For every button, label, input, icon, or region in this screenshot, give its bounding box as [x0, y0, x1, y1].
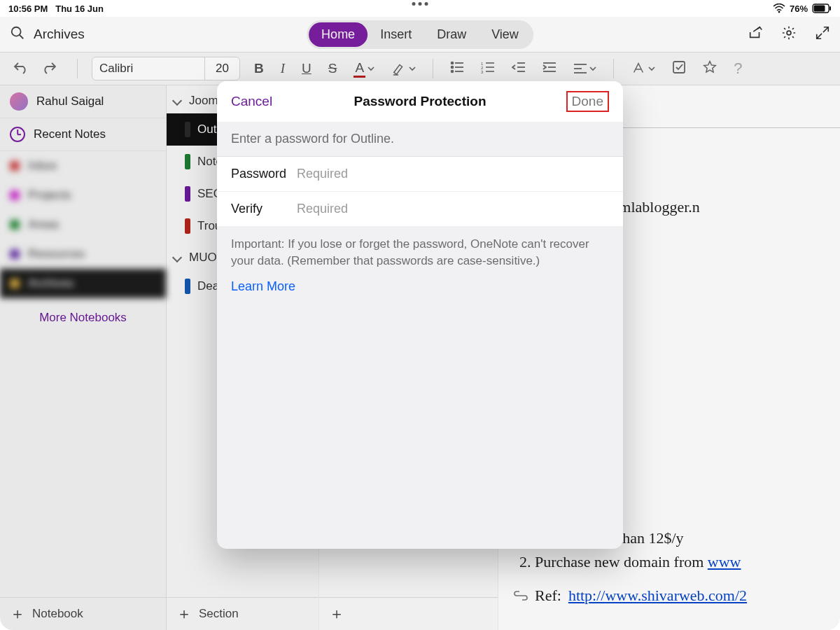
top-toolbar: Archives Home Insert Draw View: [0, 17, 840, 52]
svg-point-7: [451, 62, 454, 64]
tab-view[interactable]: View: [479, 22, 531, 47]
learn-more-link[interactable]: Learn More: [217, 279, 623, 294]
highlight-icon[interactable]: [391, 62, 416, 76]
add-section-button[interactable]: ＋Section: [167, 597, 318, 630]
strike-icon[interactable]: S: [328, 61, 337, 76]
todo-icon[interactable]: [672, 60, 686, 77]
cancel-button[interactable]: Cancel: [231, 94, 272, 109]
font-name[interactable]: Calibri: [92, 62, 204, 76]
account-button[interactable]: Rahul Saigal: [0, 85, 166, 118]
styles-icon[interactable]: [631, 62, 655, 76]
svg-point-9: [451, 66, 454, 69]
svg-text:3: 3: [481, 70, 484, 74]
modal-title: Password Protection: [354, 94, 486, 109]
more-notebooks-link[interactable]: More Notebooks: [0, 298, 166, 337]
status-right: 76%: [773, 4, 832, 14]
add-notebook-button[interactable]: ＋Notebook: [0, 597, 166, 630]
svg-rect-28: [673, 62, 685, 73]
undo-icon[interactable]: [13, 60, 29, 77]
tab-draw[interactable]: Draw: [424, 22, 479, 47]
number-list-icon[interactable]: 123: [481, 61, 495, 76]
battery-percent: 76%: [790, 4, 808, 14]
status-left: 10:56 PM Thu 16 Jun: [8, 4, 104, 14]
share-icon[interactable]: [748, 25, 763, 43]
indent-icon[interactable]: [542, 61, 556, 76]
gear-icon[interactable]: [781, 25, 797, 43]
verify-field-row[interactable]: Verify Required: [217, 192, 623, 226]
password-input[interactable]: Required: [297, 167, 348, 181]
wifi-icon: [773, 4, 785, 13]
star-icon[interactable]: [703, 60, 717, 77]
clock-icon: [10, 127, 25, 142]
search-button[interactable]: Archives: [10, 25, 85, 43]
svg-point-4: [12, 27, 21, 36]
modal-fields: Password Required Verify Required: [217, 157, 623, 226]
notebook-item[interactable]: Areas: [0, 210, 166, 239]
format-toolbar: Calibri 20 B I U S A 123 ?: [0, 52, 840, 85]
align-icon[interactable]: [573, 62, 596, 75]
modal-prompt: Enter a password for Outline.: [217, 122, 623, 157]
link[interactable]: www: [708, 553, 741, 570]
status-time: 10:56 PM: [8, 4, 48, 14]
recent-label: Recent Notes: [34, 127, 106, 141]
link-icon: [514, 584, 528, 608]
svg-line-5: [20, 35, 24, 39]
app-root: 10:56 PM Thu 16 Jun 76% Archives Home In…: [0, 0, 840, 630]
notebook-item-selected[interactable]: Archives: [0, 269, 166, 298]
notebook-sidebar: Rahul Saigal Recent Notes Inbox Projects…: [0, 85, 167, 630]
separator: [613, 59, 614, 78]
separator: [433, 59, 433, 78]
separator: [77, 59, 78, 78]
outdent-icon[interactable]: [512, 61, 526, 76]
verify-label: Verify: [231, 202, 297, 216]
italic-icon[interactable]: I: [281, 61, 285, 76]
add-page-button[interactable]: ＋: [319, 597, 498, 630]
notebook-item[interactable]: Inbox: [0, 151, 166, 181]
underline-icon[interactable]: U: [302, 61, 312, 76]
expand-icon[interactable]: [815, 25, 830, 43]
chevron-down-icon: [172, 96, 182, 106]
password-field-row[interactable]: Password Required: [217, 157, 623, 192]
font-picker[interactable]: Calibri 20: [92, 57, 240, 80]
redo-icon[interactable]: [41, 60, 57, 77]
avatar: [10, 92, 28, 111]
search-scope-label: Archives: [34, 27, 85, 42]
font-size[interactable]: 20: [204, 57, 239, 80]
chevron-down-icon: [172, 253, 182, 262]
link[interactable]: http://www.shivarweb.com/2: [568, 584, 747, 608]
modal-warning: Important: If you lose or forget the pas…: [217, 226, 623, 279]
ribbon-tabs: Home Insert Draw View: [307, 20, 533, 49]
svg-point-11: [451, 71, 454, 73]
tab-home[interactable]: Home: [309, 22, 368, 47]
notebook-item[interactable]: Resources: [0, 239, 166, 269]
user-name: Rahul Saigal: [36, 94, 104, 108]
plus-icon: ＋: [329, 606, 344, 622]
password-label: Password: [231, 167, 297, 181]
bullet-list-icon[interactable]: [450, 61, 464, 76]
notebook-item[interactable]: Projects: [0, 181, 166, 210]
battery-icon: [812, 4, 832, 13]
done-button[interactable]: Done: [566, 91, 609, 112]
verify-input[interactable]: Required: [297, 202, 348, 216]
svg-point-6: [787, 31, 791, 35]
svg-rect-2: [814, 6, 825, 12]
svg-point-0: [778, 11, 780, 13]
modal-header: Cancel Password Protection Done: [217, 81, 623, 122]
svg-rect-3: [830, 6, 831, 10]
tab-insert[interactable]: Insert: [368, 22, 424, 47]
plus-icon: ＋: [10, 606, 25, 622]
plus-icon: ＋: [176, 606, 192, 622]
search-icon: [10, 25, 25, 43]
status-date: Thu 16 Jun: [55, 4, 104, 14]
recent-notes-button[interactable]: Recent Notes: [0, 118, 166, 151]
help-icon[interactable]: ?: [734, 59, 742, 78]
password-modal: Cancel Password Protection Done Enter a …: [217, 81, 623, 549]
bold-icon[interactable]: B: [254, 61, 264, 76]
multitask-dots-icon[interactable]: [412, 2, 428, 6]
font-color-icon[interactable]: A: [354, 60, 374, 78]
